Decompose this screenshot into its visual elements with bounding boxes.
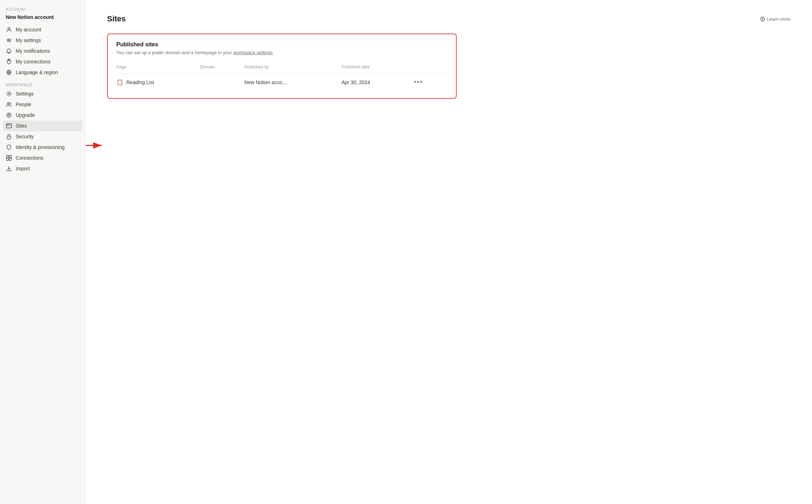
table-body: 📋 Reading List New Notion acco… Apr 30, … [116, 73, 447, 91]
sidebar-item-security[interactable]: Security [3, 131, 82, 142]
table-row: 📋 Reading List New Notion acco… Apr 30, … [116, 73, 447, 91]
sidebar-item-my-settings[interactable]: My settings [3, 35, 82, 46]
svg-point-0 [8, 27, 10, 30]
sidebar-item-label: My connections [16, 59, 50, 65]
sidebar-item-people[interactable]: People [3, 99, 82, 110]
sidebar-item-label: Language & region [16, 70, 58, 75]
workspace-section-label: Workspace [3, 78, 82, 88]
sidebar-item-import[interactable]: Import [3, 163, 82, 174]
svg-rect-17 [9, 158, 11, 160]
cell-domain [196, 73, 240, 91]
sidebar-item-my-notifications[interactable]: My notifications [3, 46, 82, 56]
sidebar-item-label: Upgrade [16, 112, 35, 118]
cell-published-by: New Notion acco… [240, 73, 337, 91]
bell-icon [6, 48, 12, 54]
main-content: Sites Learn more Published sites You can… [86, 0, 812, 504]
account-section-label: Account [3, 7, 82, 13]
sidebar-item-upgrade[interactable]: Upgrade [3, 110, 82, 120]
people-icon [6, 101, 12, 108]
grid-icon [6, 155, 12, 161]
col-page: Page [116, 62, 196, 73]
annotation-arrow [86, 138, 107, 154]
lock-icon [6, 133, 12, 140]
svg-rect-15 [9, 155, 11, 158]
svg-point-21 [762, 20, 763, 20]
published-sites-subtitle: You can set up a public domain and a hom… [116, 50, 447, 55]
sidebar-item-label: People [16, 102, 31, 107]
shield-icon [6, 144, 12, 150]
sidebar-item-label: Settings [16, 91, 34, 97]
col-published-by: Published by [240, 62, 337, 73]
svg-point-8 [8, 93, 10, 94]
sidebar-item-label: Sites [16, 123, 27, 129]
sidebar-item-identity-provisioning[interactable]: Identity & provisioning [3, 142, 82, 153]
svg-point-10 [10, 103, 11, 104]
cell-page: 📋 Reading List [116, 73, 196, 91]
sidebar-item-label: Identity & provisioning [16, 144, 65, 150]
sidebar-item-label: My notifications [16, 48, 50, 54]
help-circle-icon [760, 16, 765, 22]
download-icon [6, 165, 12, 172]
col-domain: Domain [196, 62, 240, 73]
sidebar-item-label: Import [16, 166, 30, 171]
upgrade-icon [6, 112, 12, 118]
more-options-button[interactable]: ••• [412, 78, 424, 87]
svg-point-9 [7, 103, 9, 104]
sidebar-item-language-region[interactable]: Language & region [3, 67, 82, 78]
globe-icon [6, 69, 12, 76]
sites-table: Page Domain Published by Published date … [116, 62, 447, 91]
cell-actions: ••• [407, 73, 447, 91]
learn-more-label: Learn more [767, 16, 791, 22]
page-title: Sites [107, 14, 126, 24]
sidebar-item-my-account[interactable]: My account [3, 24, 82, 35]
learn-more-link[interactable]: Learn more [760, 16, 791, 22]
sidebar-item-my-connections[interactable]: My connections [3, 56, 82, 67]
sidebar: Account New Notion account My account My… [0, 0, 86, 504]
sidebar-item-settings[interactable]: Settings [3, 88, 82, 99]
workspace-settings-link[interactable]: workspace settings [233, 50, 273, 55]
sidebar-item-label: Security [16, 134, 34, 139]
sidebar-item-connections[interactable]: Connections [3, 153, 82, 163]
col-actions [407, 62, 447, 73]
page-name: Reading List [126, 79, 154, 85]
gear-icon [6, 91, 12, 97]
table-header: Page Domain Published by Published date [116, 62, 447, 73]
svg-rect-12 [6, 124, 11, 128]
svg-rect-16 [6, 158, 9, 160]
svg-rect-14 [6, 155, 9, 158]
sidebar-item-label: My account [16, 27, 41, 32]
page-icon: 📋 [116, 79, 123, 86]
sidebar-item-label: Connections [16, 155, 44, 161]
col-published-date: Published date [337, 62, 407, 73]
svg-rect-13 [7, 136, 11, 139]
person-icon [6, 26, 12, 33]
cell-published-date: Apr 30, 2024 [337, 73, 407, 91]
plug-icon [6, 58, 12, 65]
main-header: Sites Learn more [107, 14, 791, 24]
sidebar-item-sites[interactable]: Sites [3, 120, 82, 131]
settings-icon [6, 37, 12, 43]
sidebar-item-label: My settings [16, 37, 41, 43]
sites-icon [6, 123, 12, 129]
published-sites-title: Published sites [116, 41, 447, 48]
published-sites-card: Published sites You can set up a public … [107, 34, 457, 99]
account-name: New Notion account [3, 13, 82, 24]
